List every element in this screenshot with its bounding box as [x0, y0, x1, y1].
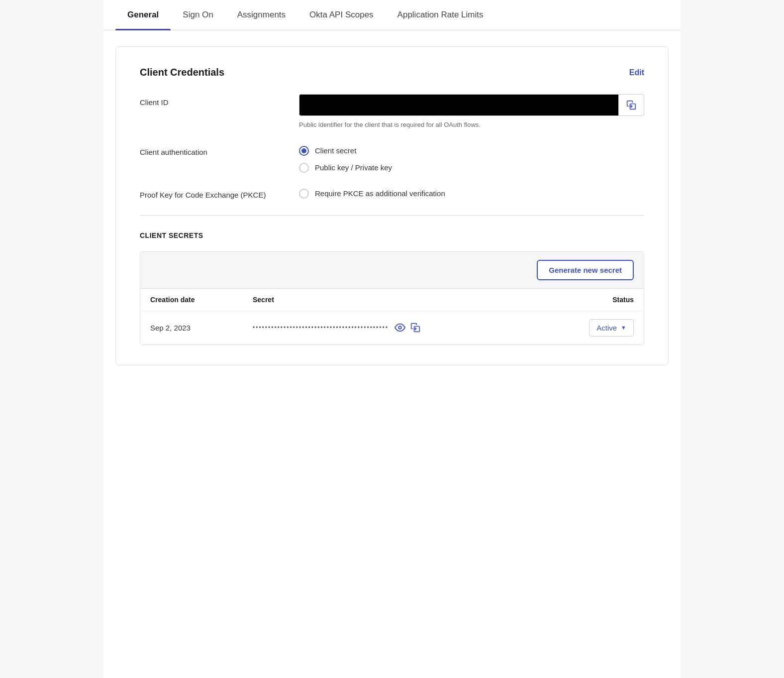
secret-creation-date: Sep 2, 2023	[140, 311, 243, 344]
eye-icon	[394, 322, 405, 333]
secrets-table: Creation date Secret Status Sep 2, 2023	[140, 289, 644, 344]
secret-dots: ••••••••••••••••••••••••••••••••••••••••…	[253, 324, 389, 331]
client-auth-row: Client authentication Client secret Publ…	[140, 144, 644, 173]
client-id-row: Client ID Public ident	[140, 94, 644, 130]
radio-public-key-label: Public key / Private key	[315, 163, 392, 172]
client-credentials-title: Client Credentials	[140, 67, 224, 78]
radio-public-key[interactable]: Public key / Private key	[299, 163, 644, 173]
client-id-description: Public identifier for the client that is…	[299, 120, 508, 130]
table-row: Sep 2, 2023 ••••••••••••••••••••••••••••…	[140, 311, 644, 344]
secret-value-cell: ••••••••••••••••••••••••••••••••••••••••…	[243, 311, 541, 344]
status-label: Active	[596, 324, 617, 332]
col-secret: Secret	[243, 289, 541, 311]
svg-point-3	[398, 326, 401, 329]
client-secrets-title: CLIENT SECRETS	[140, 231, 644, 239]
credentials-card: Client Credentials Edit Client ID	[115, 46, 669, 365]
client-id-label: Client ID	[140, 94, 299, 107]
client-auth-control: Client secret Public key / Private key	[299, 144, 644, 173]
radio-client-secret-label: Client secret	[315, 146, 356, 155]
secret-status-cell: Active ▼	[541, 311, 644, 344]
reveal-secret-button[interactable]	[394, 322, 405, 333]
secrets-toolbar: Generate new secret	[140, 252, 644, 289]
tab-application-rate-limits[interactable]: Application Rate Limits	[386, 0, 495, 30]
secret-cell-wrapper: ••••••••••••••••••••••••••••••••••••••••…	[253, 322, 531, 333]
radio-client-secret[interactable]: Client secret	[299, 146, 644, 156]
edit-link[interactable]: Edit	[629, 68, 644, 77]
col-status: Status	[541, 289, 644, 311]
page-container: General Sign On Assignments Okta API Sco…	[103, 0, 681, 678]
client-auth-radio-group: Client secret Public key / Private key	[299, 144, 644, 173]
pkce-label: Proof Key for Code Exchange (PKCE)	[140, 187, 299, 199]
client-id-wrapper	[299, 94, 644, 116]
pkce-row: Proof Key for Code Exchange (PKCE) Requi…	[140, 187, 644, 199]
generate-new-secret-button[interactable]: Generate new secret	[537, 260, 634, 280]
pkce-checkbox[interactable]: Require PKCE as additional verification	[299, 187, 644, 199]
radio-public-key-indicator	[299, 163, 309, 173]
pkce-checkbox-label: Require PKCE as additional verification	[315, 189, 445, 198]
tab-okta-api-scopes[interactable]: Okta API Scopes	[297, 0, 386, 30]
secrets-table-body: Sep 2, 2023 ••••••••••••••••••••••••••••…	[140, 311, 644, 344]
pkce-control: Require PKCE as additional verification	[299, 187, 644, 199]
copy-secret-button[interactable]	[410, 323, 420, 333]
radio-client-secret-indicator	[299, 146, 309, 156]
tab-sign-on[interactable]: Sign On	[171, 0, 225, 30]
client-id-control: Public identifier for the client that is…	[299, 94, 644, 130]
secrets-table-container: Generate new secret Creation date Secret…	[140, 251, 644, 345]
client-credentials-header: Client Credentials Edit	[140, 67, 644, 78]
client-secrets-section: CLIENT SECRETS Generate new secret Creat…	[140, 231, 644, 345]
tabs-nav: General Sign On Assignments Okta API Sco…	[103, 0, 681, 30]
client-id-input	[299, 94, 618, 116]
secrets-table-header-row: Creation date Secret Status	[140, 289, 644, 311]
copy-secret-icon	[410, 323, 420, 333]
secrets-table-head: Creation date Secret Status	[140, 289, 644, 311]
pkce-checkbox-indicator	[299, 189, 309, 199]
col-creation-date: Creation date	[140, 289, 243, 311]
copy-client-id-button[interactable]	[618, 94, 644, 116]
section-divider	[140, 215, 644, 216]
tab-general[interactable]: General	[115, 0, 171, 30]
chevron-down-icon: ▼	[621, 325, 626, 331]
tab-assignments[interactable]: Assignments	[225, 0, 297, 30]
client-auth-label: Client authentication	[140, 144, 299, 156]
secret-icons	[394, 322, 420, 333]
status-dropdown-button[interactable]: Active ▼	[589, 319, 634, 337]
copy-icon	[626, 100, 636, 110]
main-content: Client Credentials Edit Client ID	[103, 30, 681, 381]
